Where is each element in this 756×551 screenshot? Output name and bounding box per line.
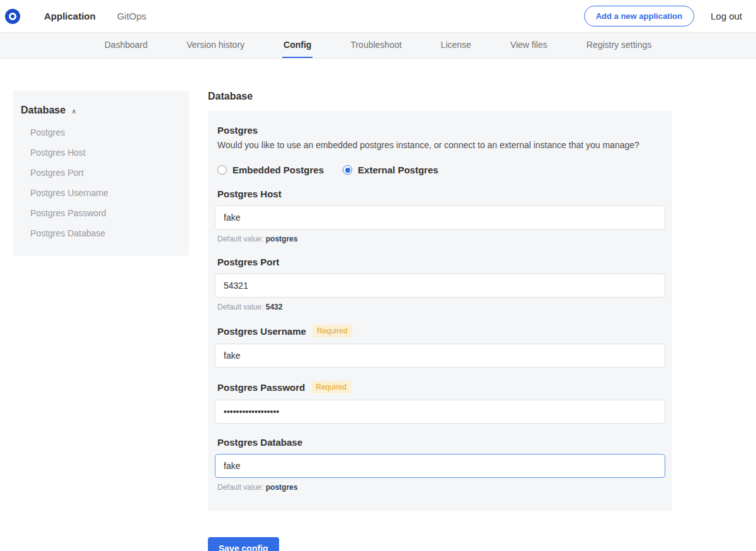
sidebar-group-label: Database [21,105,66,116]
radio-label: External Postgres [358,165,438,175]
postgres-username-input[interactable] [215,344,665,368]
sidebar-item-postgres-host[interactable]: Postgres Host [20,142,181,163]
field-postgres-password: Postgres PasswordRequired [215,381,665,424]
field-label-row: Postgres Host [217,188,665,199]
app-header: ApplicationGitOps Add a new application … [0,0,756,33]
chevron-up-icon: ∧ [71,107,76,115]
radio-option-external-postgres[interactable]: External Postgres [343,165,438,175]
config-sidebar: Database ∧ PostgresPostgres HostPostgres… [13,91,189,256]
field-label: Postgres Username [217,326,306,337]
default-value-helper: Default value: postgres [217,483,665,492]
postgres-host-input[interactable] [215,206,665,229]
field-label: Postgres Password [217,382,305,393]
field-label-row: Postgres Database [217,437,665,448]
radio-group: Embedded PostgresExternal Postgres [217,165,665,175]
subnav-item-dashboard[interactable]: Dashboard [103,33,149,58]
save-config-button[interactable]: Save config [208,537,279,551]
default-value: 5432 [266,303,283,311]
radio-unselected-icon [217,165,227,175]
required-badge: Required [312,325,352,337]
header-tabs: ApplicationGitOps [44,1,584,32]
subnav-item-config[interactable]: Config [282,33,312,58]
content-area: Database ∧ PostgresPostgres HostPostgres… [0,59,756,551]
postgres-port-input[interactable] [215,274,665,298]
sidebar-items: PostgresPostgres HostPostgres PortPostgr… [20,122,181,243]
sidebar-item-postgres[interactable]: Postgres [20,122,181,142]
app-logo-icon [5,9,20,24]
default-value-helper: Default value: 5432 [217,303,665,311]
field-label: Postgres Port [217,257,279,267]
subnav-item-registry-settings[interactable]: Registry settings [585,33,653,58]
default-value: postgres [266,483,298,492]
sidebar-group-database[interactable]: Database ∧ [20,105,181,116]
subnav-item-view-files[interactable]: View files [509,33,549,58]
sidebar-item-postgres-password[interactable]: Postgres Password [20,203,181,223]
default-value-prefix: Default value: [217,483,266,492]
group-description: Would you like to use an embedded postgr… [217,140,665,150]
subnav-item-troubleshoot[interactable]: Troubleshoot [349,33,403,58]
default-value-helper: Default value: postgres [217,235,665,243]
logout-link[interactable]: Log out [711,11,742,21]
postgres-database-input[interactable] [215,454,665,478]
subnav-item-license[interactable]: License [440,33,472,58]
default-value-prefix: Default value: [217,303,266,311]
section-title: Database [208,91,672,102]
postgres-password-input[interactable] [215,400,665,424]
radio-selected-icon [343,165,352,175]
header-tab-application[interactable]: Application [44,1,96,32]
header-right: Add a new application Log out [584,6,742,26]
add-application-button[interactable]: Add a new application [584,6,694,26]
field-label-row: Postgres Port [217,257,665,267]
field-postgres-host: Postgres HostDefault value: postgres [215,188,665,243]
config-main: Database Postgres Would you like to use … [208,91,672,551]
fields-container: Postgres HostDefault value: postgresPost… [215,188,665,492]
sidebar-item-postgres-port[interactable]: Postgres Port [20,163,181,183]
default-value: postgres [266,235,298,243]
field-label-row: Postgres UsernameRequired [217,325,665,337]
subnav-item-version-history[interactable]: Version history [185,33,246,58]
field-label: Postgres Host [217,188,282,199]
field-postgres-port: Postgres PortDefault value: 5432 [215,257,665,311]
sidebar-item-postgres-username[interactable]: Postgres Username [20,183,181,203]
default-value-prefix: Default value: [217,235,266,243]
field-postgres-username: Postgres UsernameRequired [215,325,665,368]
field-label: Postgres Database [217,437,302,448]
sidebar-item-postgres-database[interactable]: Postgres Database [20,223,181,243]
group-title: Postgres [217,125,665,136]
subnav: DashboardVersion historyConfigTroublesho… [0,33,756,59]
required-badge: Required [311,381,351,393]
field-postgres-database: Postgres DatabaseDefault value: postgres [215,437,665,492]
header-tab-gitops[interactable]: GitOps [117,1,147,32]
radio-label: Embedded Postgres [232,165,324,175]
config-group-box: Postgres Would you like to use an embedd… [208,111,672,511]
field-label-row: Postgres PasswordRequired [217,381,665,393]
radio-option-embedded-postgres[interactable]: Embedded Postgres [217,165,324,175]
